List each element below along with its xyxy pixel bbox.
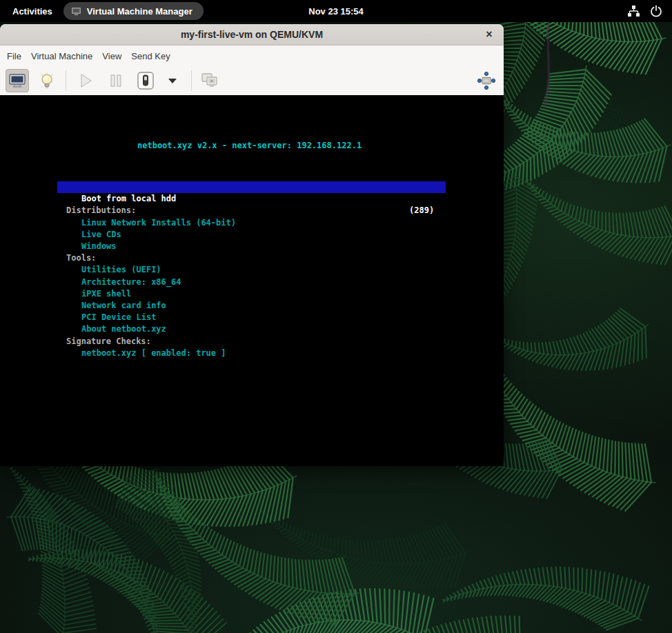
boot-menu-row-selected[interactable]: Boot from local hdd (289) <box>57 181 446 193</box>
boot-menu-row[interactable]: iPXE shell <box>0 277 20 288</box>
netboot-header: netboot.xyz v2.x - next-server: 192.168.… <box>137 141 362 150</box>
boot-menu-row[interactable]: Distributions: <box>0 193 20 205</box>
boot-menu-row[interactable]: Windows <box>0 229 20 241</box>
show-console-button[interactable] <box>6 69 29 92</box>
lightbulb-icon <box>39 72 55 90</box>
toolbar-separator <box>66 70 66 91</box>
boot-menu-row[interactable]: PCI Device List <box>0 300 20 312</box>
toolbar-separator <box>191 70 192 91</box>
window-title: my-first-live-vm on QEMU/KVM <box>181 29 323 40</box>
focused-app-label: Virtual Machine Manager <box>87 6 192 17</box>
boot-menu-row[interactable]: Utilities (UEFI) <box>0 252 20 264</box>
shutdown-button[interactable] <box>134 69 157 92</box>
virtual-displays-button[interactable] <box>198 69 221 92</box>
close-icon[interactable]: × <box>482 24 497 45</box>
menu-send-key[interactable]: Send Key <box>126 48 175 65</box>
vm-console-window: my-first-live-vm on QEMU/KVM × File Virt… <box>0 24 504 466</box>
shutdown-menu-button[interactable] <box>161 69 184 92</box>
top-bar: Activities Virtual Machine Manager Nov 2… <box>0 0 672 22</box>
show-hardware-details-button[interactable] <box>35 69 59 92</box>
menu-virtual-machine[interactable]: Virtual Machine <box>26 48 97 65</box>
boot-menu-row[interactable]: About netboot.xyz <box>0 312 20 323</box>
pause-button[interactable] <box>104 69 128 92</box>
system-status-area[interactable] <box>627 5 672 17</box>
boot-menu-row[interactable]: Network card info <box>0 288 20 300</box>
menu-bar: File Virtual Machine View Send Key <box>0 46 504 66</box>
focused-app-button[interactable]: Virtual Machine Manager <box>63 2 204 20</box>
toolbar <box>0 66 504 95</box>
boot-menu-row[interactable]: Linux Network Installs (64-bit) <box>0 205 20 217</box>
boot-menu-row[interactable]: Tools: <box>0 241 20 252</box>
boot-menu-row[interactable]: Signature Checks: <box>0 324 20 336</box>
chevron-down-icon <box>168 79 177 83</box>
pause-icon <box>108 73 123 88</box>
multi-display-icon <box>201 72 219 89</box>
shutdown-icon <box>137 71 155 90</box>
boot-menu-row[interactable]: netboot.xyz [ enabled: true ] <box>0 336 20 348</box>
guest-console-screen[interactable]: netboot.xyz v2.x - next-server: 192.168.… <box>0 95 504 466</box>
wired-network-icon <box>627 5 640 17</box>
vm-manager-icon <box>71 7 81 16</box>
activities-button[interactable]: Activities <box>12 6 52 17</box>
boot-menu-row[interactable]: Live CDs <box>0 217 20 229</box>
play-icon <box>77 72 94 89</box>
menu-view[interactable]: View <box>97 48 126 65</box>
fullscreen-button[interactable] <box>475 69 498 92</box>
menu-file[interactable]: File <box>2 48 26 65</box>
boot-menu-row[interactable]: Architecture: x86_64 <box>0 265 20 277</box>
window-titlebar[interactable]: my-first-live-vm on QEMU/KVM × <box>0 24 504 46</box>
power-icon <box>650 5 662 17</box>
boot-menu-row[interactable]: Default: <box>0 170 20 181</box>
run-button[interactable] <box>74 69 97 92</box>
console-display-icon <box>8 72 26 89</box>
fullscreen-icon <box>477 71 496 90</box>
